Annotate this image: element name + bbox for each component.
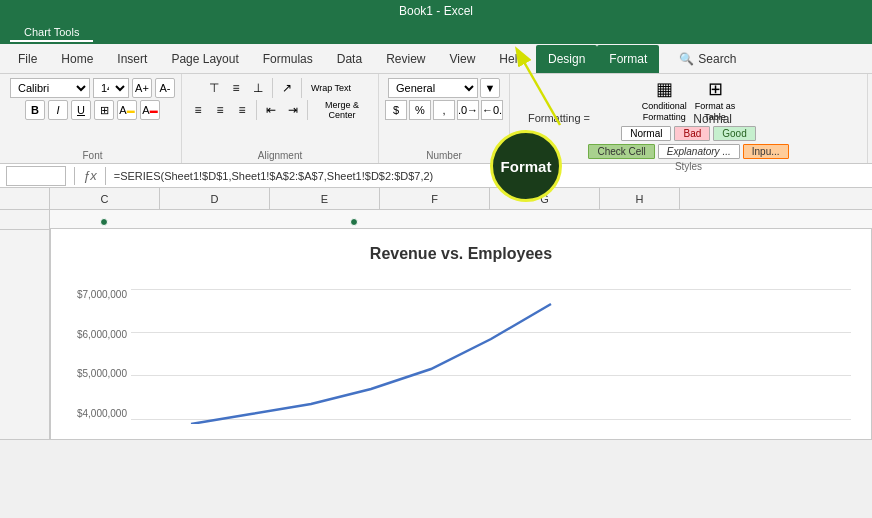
col-header-c: C [50,188,160,209]
tab-data[interactable]: Data [325,45,374,73]
title-bar: Book1 - Excel [0,0,872,22]
chart-white-bg: Revenue vs. Employees $7,000,000 $6,000,… [50,228,872,440]
font-name-select[interactable]: Calibri [10,78,90,98]
format-circle: Format [490,130,562,202]
font-size-select[interactable]: 14 [93,78,129,98]
selection-handle-right[interactable] [350,218,358,226]
row-header-spacer [0,188,50,209]
align-top-btn[interactable]: ⊤ [204,78,224,98]
tab-format[interactable]: Format [597,45,659,73]
spreadsheet-main: Revenue vs. Employees $7,000,000 $6,000,… [0,210,872,440]
increase-font-btn[interactable]: A+ [132,78,152,98]
normal-annotation-label: Normal [693,112,732,126]
tab-pagelayout[interactable]: Page Layout [159,45,250,73]
tab-view[interactable]: View [438,45,488,73]
column-headers: C D E F G H [0,188,872,210]
font-group-label: Font [10,150,175,161]
increase-indent-btn[interactable]: ⇥ [283,100,303,120]
number-controls: General ▼ $ % , .0→ ←0. [385,78,503,148]
chart-tools-bar: Chart Tools [0,22,872,44]
name-box[interactable] [6,166,66,186]
tab-home[interactable]: Home [49,45,105,73]
merge-center-btn[interactable]: Merge & Center [312,100,372,120]
borders-button[interactable]: ⊞ [94,100,114,120]
italic-button[interactable]: I [48,100,68,120]
row-header-2 [0,230,49,440]
format-annotation-container: Format [490,130,562,202]
style-normal[interactable]: Normal [621,126,671,141]
orientation-btn[interactable]: ↗ [277,78,297,98]
decrease-font-btn[interactable]: A- [155,78,175,98]
align-center-btn[interactable]: ≡ [210,100,230,120]
y-axis-labels: $7,000,000 $6,000,000 $5,000,000 $4,000,… [61,289,131,419]
comma-btn[interactable]: , [433,100,455,120]
tab-design[interactable]: Design [536,45,597,73]
chart-tools-label: Chart Tools [10,24,93,42]
formula-divider-2 [105,167,106,185]
style-explanatory[interactable]: Explanatory ... [658,144,740,159]
style-input[interactable]: Inpu... [743,144,789,159]
font-color-button[interactable]: A▬ [140,100,160,120]
tab-formulas[interactable]: Formulas [251,45,325,73]
tab-review[interactable]: Review [374,45,437,73]
format-circle-label: Format [501,158,552,175]
row-headers [0,210,50,440]
number-format-select[interactable]: General [388,78,478,98]
style-bad[interactable]: Bad [674,126,710,141]
y-label-4m: $4,000,000 [77,408,127,419]
conditional-formatting-btn[interactable]: ▦ ConditionalFormatting [642,78,687,123]
y-label-7m: $7,000,000 [77,289,127,300]
fill-color-button[interactable]: A▬ [117,100,137,120]
decrease-decimal-btn[interactable]: ←0. [481,100,503,120]
wrap-text-btn[interactable]: Wrap Text [306,78,356,98]
increase-decimal-btn[interactable]: .0→ [457,100,479,120]
percent-btn[interactable]: % [409,100,431,120]
app-title: Book1 - Excel [399,4,473,18]
col-header-e: E [270,188,380,209]
align-left-btn[interactable]: ≡ [188,100,208,120]
ribbon-group-font: Calibri 14 A+ A- B I U ⊞ A▬ A▬ Font [4,74,182,163]
col-header-h: H [600,188,680,209]
tab-file[interactable]: File [6,45,49,73]
tab-search[interactable]: 🔍 Search [667,45,748,73]
style-good[interactable]: Good [713,126,755,141]
bold-button[interactable]: B [25,100,45,120]
decrease-indent-btn[interactable]: ⇤ [261,100,281,120]
chart-svg [131,284,871,424]
align-right-btn[interactable]: ≡ [232,100,252,120]
ribbon-group-alignment: ⊤ ≡ ⊥ ↗ Wrap Text ≡ ≡ ≡ ⇤ ⇥ Merge & Cent… [182,74,379,163]
chart-line [191,304,551,424]
y-label-5m: $5,000,000 [77,368,127,379]
alignment-group-label: Alignment [188,150,372,161]
ribbon-tabs: File Home Insert Page Layout Formulas Da… [0,44,872,74]
formula-fx: ƒx [83,168,97,183]
col-header-d: D [160,188,270,209]
style-check-cell[interactable]: Check Cell [588,144,654,159]
number-format-expand-btn[interactable]: ▼ [480,78,500,98]
selection-handle-left[interactable] [100,218,108,226]
font-controls: Calibri 14 A+ A- B I U ⊞ A▬ A▬ [10,78,175,148]
tab-help[interactable]: Help [487,45,536,73]
number-group-label: Number [385,150,503,161]
font-name-row: Calibri 14 A+ A- [10,78,175,98]
formula-divider [74,167,75,185]
align-middle-btn[interactable]: ≡ [226,78,246,98]
underline-button[interactable]: U [71,100,91,120]
align-bottom-btn[interactable]: ⊥ [248,78,268,98]
chart-container: Revenue vs. Employees $7,000,000 $6,000,… [50,210,872,440]
alignment-controls: ⊤ ≡ ⊥ ↗ Wrap Text ≡ ≡ ≡ ⇤ ⇥ Merge & Cent… [188,78,372,148]
currency-btn[interactable]: $ [385,100,407,120]
row-header-1 [0,210,49,230]
tab-insert[interactable]: Insert [105,45,159,73]
col-header-f: F [380,188,490,209]
chart-title: Revenue vs. Employees [51,229,871,271]
search-label: Search [698,52,736,66]
formatting-equals-label: Formatting = [528,112,590,124]
font-style-row: B I U ⊞ A▬ A▬ [25,100,160,120]
ribbon: Calibri 14 A+ A- B I U ⊞ A▬ A▬ Font ⊤ [0,74,872,164]
search-icon: 🔍 [679,52,694,66]
y-label-6m: $6,000,000 [77,329,127,340]
